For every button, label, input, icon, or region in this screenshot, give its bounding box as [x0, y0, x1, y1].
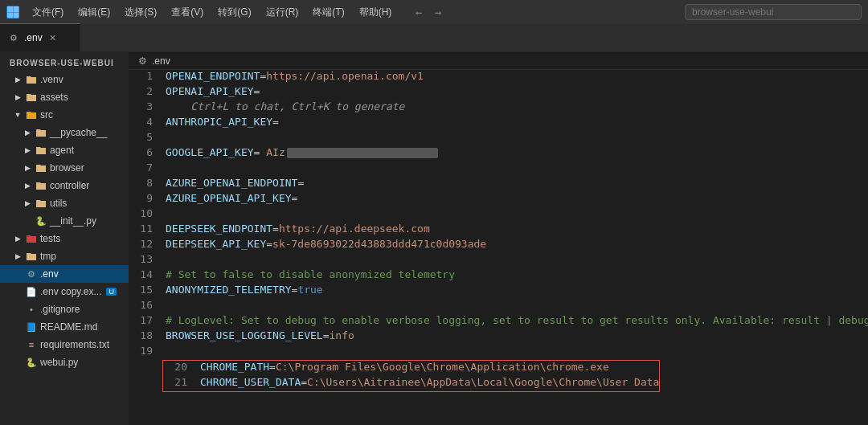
arrow-icon: ▶: [23, 128, 32, 137]
sidebar-item-browser[interactable]: ▶ browser: [0, 159, 129, 177]
tab-env[interactable]: ⚙ .env ✕: [0, 23, 80, 51]
editor-line-8: 8 AZURE_OPENAI_ENDPOINT=: [129, 177, 868, 192]
arrow-icon: ▶: [23, 163, 32, 173]
search-input[interactable]: [685, 4, 862, 20]
line-num: 21: [163, 376, 197, 388]
nav-buttons: ← →: [411, 4, 446, 20]
line-content: # Set to false to disable anonymized tel…: [162, 268, 868, 280]
line-content: [162, 131, 868, 143]
menu-terminal[interactable]: 终端(T): [306, 4, 350, 21]
red-box-container: 20 CHROME_PATH=C:\Program Files\Google\C…: [162, 360, 660, 392]
sidebar-item-assets[interactable]: ▶ assets: [0, 88, 129, 106]
line-content: [162, 207, 868, 219]
menu-edit[interactable]: 编辑(E): [72, 4, 117, 21]
sidebar-item-controller[interactable]: ▶ controller: [0, 177, 129, 194]
line-content: [162, 161, 868, 174]
line-num: 15: [129, 284, 162, 296]
sidebar-item-label: browser: [50, 162, 84, 174]
line-num: 3: [129, 100, 162, 112]
line-num: 14: [129, 268, 162, 280]
sidebar-item-label: agent: [50, 145, 74, 156]
redacted-value: [287, 148, 438, 158]
folder-icon: [35, 162, 47, 174]
sidebar-item-init[interactable]: ▶ 🐍 __init__.py: [0, 212, 129, 230]
editor-line-4: 4 ANTHROPIC_API_KEY=: [129, 116, 868, 131]
sidebar-item-gitignore[interactable]: ▶ • .gitignore: [0, 300, 129, 318]
readme-icon: 📘: [26, 321, 37, 333]
editor-line-13: 13: [129, 253, 868, 268]
main-area: BROWSER-USE-WEBUI ▶ .venv ▶ assets ▼ src: [0, 52, 868, 425]
forward-button[interactable]: →: [430, 4, 446, 20]
python-icon: 🐍: [26, 357, 37, 368]
sidebar-item-tests[interactable]: ▶ tests: [0, 230, 129, 247]
menu-goto[interactable]: 转到(G): [211, 4, 257, 21]
folder-icon: [35, 127, 47, 138]
arrow-icon: ▶: [13, 234, 23, 243]
arrow-icon: ▶: [13, 251, 23, 261]
line-num: 4: [129, 116, 162, 128]
editor-line-15: 15 ANONYMIZED_TELEMETRY=true: [129, 284, 868, 299]
line-num: 5: [129, 131, 162, 143]
sidebar-item-venv[interactable]: ▶ .venv: [0, 71, 129, 88]
sidebar-item-label: README.md: [40, 321, 97, 333]
sidebar-item-pycache[interactable]: ▶ __pycache__: [0, 124, 129, 141]
sidebar-item-label: controller: [50, 180, 89, 191]
sidebar-item-label: __pycache__: [50, 127, 107, 138]
line-num: 16: [129, 299, 162, 311]
line-content: CHROME_USER_DATA=C:\Users\Aitrainee\AppD…: [197, 376, 659, 388]
editor-line-7: 7: [129, 161, 868, 177]
tab-close-button[interactable]: ✕: [47, 32, 59, 43]
python-icon: 🐍: [35, 215, 47, 227]
sidebar-item-label: .gitignore: [40, 304, 80, 315]
line-num: 17: [129, 314, 162, 326]
tab-bar: ⚙ .env ✕: [0, 24, 868, 52]
editor-content[interactable]: 1 OPENAI_ENDPOINT=https://api.openai.com…: [129, 70, 868, 425]
sidebar-item-label: assets: [40, 92, 68, 103]
back-button[interactable]: ←: [411, 4, 427, 20]
test-folder-icon: [26, 233, 37, 244]
line-content: Ctrl+L to chat, Ctrl+K to generate: [162, 100, 868, 112]
arrow-icon: ▼: [13, 110, 23, 120]
sidebar-item-label: src: [40, 109, 53, 121]
editor-line-11: 11 DEEPSEEK_ENDPOINT=https://api.deepsee…: [129, 223, 868, 238]
svg-rect-3: [14, 13, 19, 18]
line-num: 20: [163, 361, 197, 373]
sidebar-item-requirements[interactable]: ▶ ≡ requirements.txt: [0, 336, 129, 353]
sidebar-item-tmp[interactable]: ▶ tmp: [0, 247, 129, 265]
svg-rect-0: [7, 6, 13, 12]
sidebar-item-label: utils: [50, 198, 67, 209]
folder-icon: [26, 74, 37, 85]
line-num: 11: [129, 223, 162, 235]
line-content: OPENAI_ENDPOINT=https://api.openai.com/v…: [162, 70, 868, 82]
sidebar-item-agent[interactable]: ▶ agent: [0, 141, 129, 159]
sidebar-item-webui[interactable]: ▶ 🐍 webui.py: [0, 353, 129, 371]
sidebar-item-label: tests: [40, 233, 60, 244]
sidebar-title: BROWSER-USE-WEBUI: [0, 52, 129, 71]
menu-help[interactable]: 帮助(H): [353, 4, 399, 21]
editor-area: ⚙ .env 1 OPENAI_ENDPOINT=https://api.ope…: [129, 52, 868, 425]
sidebar-item-utils[interactable]: ▶ utils: [0, 194, 129, 212]
menu-file[interactable]: 文件(F): [26, 4, 70, 21]
sidebar-item-readme[interactable]: ▶ 📘 README.md: [0, 318, 129, 336]
editor-line-12: 12 DEEPSEEK_API_KEY=sk-7de8693022d43883d…: [129, 238, 868, 253]
line-num: 1: [129, 70, 162, 82]
sidebar-item-env-copy[interactable]: ▶ 📄 .env copy.ex... U: [0, 283, 129, 300]
line-content: AZURE_OPENAI_API_KEY=: [162, 192, 868, 204]
menu-view[interactable]: 查看(V): [165, 4, 210, 21]
editor-line-2: 2 OPENAI_API_KEY=: [129, 85, 868, 100]
line-num: 12: [129, 238, 162, 250]
svg-rect-2: [7, 13, 13, 18]
sidebar-item-src[interactable]: ▼ src: [0, 106, 129, 124]
sidebar-item-label: __init__.py: [50, 215, 96, 227]
editor-line-20: 20 CHROME_PATH=C:\Program Files\Google\C…: [163, 361, 659, 376]
line-num: 6: [129, 146, 162, 158]
line-content: [162, 345, 868, 357]
editor-line-5: 5: [129, 131, 868, 146]
editor-line-21: 21 CHROME_USER_DATA=C:\Users\Aitrainee\A…: [163, 376, 659, 391]
menu-run[interactable]: 运行(R): [260, 4, 305, 21]
sidebar-item-env[interactable]: ▶ ⚙ .env ↙: [0, 265, 129, 283]
line-num: 8: [129, 177, 162, 189]
menu-select[interactable]: 选择(S): [118, 4, 163, 21]
editor-line-17: 17 # LogLevel: Set to debug to enable ve…: [129, 314, 868, 329]
breadcrumb-label: .env: [152, 55, 170, 67]
